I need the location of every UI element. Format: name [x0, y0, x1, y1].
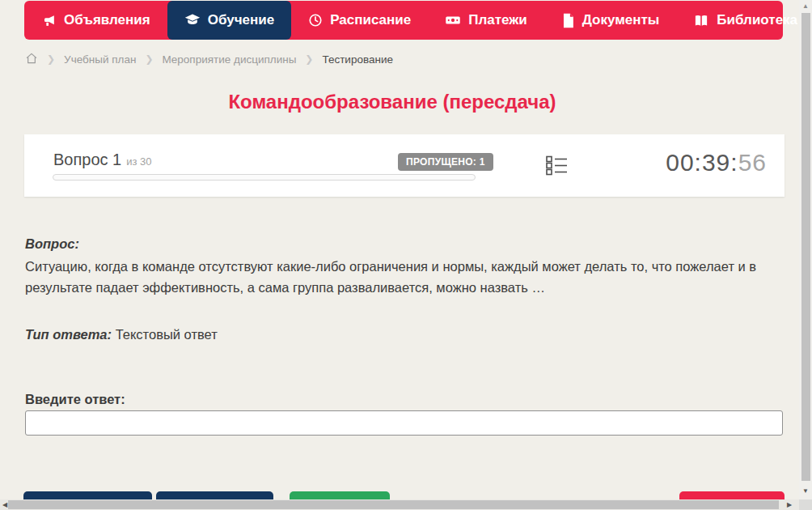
scrollbar-corner	[799, 499, 812, 510]
clock-icon	[308, 13, 323, 28]
answer-input[interactable]	[25, 410, 783, 436]
answer-type-label: Тип ответа:	[25, 327, 112, 342]
horizontal-scrollbar[interactable]: ◀ ▶	[0, 499, 799, 510]
breadcrumb: ❯ Учебный план ❯ Мероприятие дисциплины …	[25, 51, 393, 67]
timer-seconds: 56	[738, 149, 767, 176]
nav-item-learning[interactable]: Обучение	[167, 1, 291, 40]
quiz-timer: 00:39:56	[666, 149, 767, 176]
nav-item-label: Обучение	[208, 12, 274, 28]
page-title: Командообразование (пересдача)	[0, 91, 785, 113]
question-header-panel: Вопрос 1из 30 ПРОПУЩЕНО: 1 00:39:56	[24, 134, 785, 197]
megaphone-icon	[41, 13, 57, 28]
nav-item-announcements[interactable]: Объявления	[24, 1, 167, 40]
graduation-cap-icon	[184, 12, 201, 28]
chevron-right-icon: ❯	[47, 53, 55, 65]
question-text: Ситуацию, когда в команде отсутствуют ка…	[25, 256, 781, 298]
nav-item-schedule[interactable]: Расписание	[291, 1, 428, 40]
breadcrumb-discipline-event[interactable]: Мероприятие дисциплины	[162, 53, 296, 66]
question-number: Вопрос 1из 30	[53, 151, 152, 169]
timer-minutes: 00:39:	[666, 149, 738, 176]
breadcrumb-testing: Тестирование	[322, 53, 393, 66]
skipped-badge: ПРОПУЩЕНО: 1	[398, 153, 493, 171]
chevron-right-icon: ❯	[305, 53, 313, 65]
home-icon[interactable]	[25, 52, 38, 67]
nav-item-label: Объявления	[64, 12, 150, 28]
question-number-text: Вопрос 1	[53, 151, 121, 168]
vertical-scrollbar-thumb[interactable]	[801, 13, 810, 481]
open-book-icon	[693, 13, 709, 28]
nav-item-library[interactable]: Библиотека	[676, 1, 812, 40]
quiz-progress-bar	[53, 174, 476, 181]
chevron-right-icon: ❯	[145, 53, 153, 65]
vertical-scrollbar[interactable]: ▲ ▼	[799, 0, 812, 499]
document-icon	[561, 13, 575, 28]
scroll-down-icon[interactable]: ▼	[799, 486, 812, 497]
main-navbar: Объявления Обучение Расписание Платежи Д…	[24, 1, 783, 40]
scroll-right-icon[interactable]: ▶	[785, 499, 794, 510]
nav-item-label: Расписание	[330, 12, 411, 28]
answer-type-row: Тип ответа: Текстовый ответ	[25, 327, 218, 342]
scroll-up-icon[interactable]: ▲	[799, 1, 812, 12]
question-list-icon[interactable]	[546, 155, 568, 179]
question-heading: Вопрос:	[25, 236, 79, 252]
horizontal-scrollbar-thumb[interactable]	[8, 500, 779, 509]
nav-item-payments[interactable]: Платежи	[428, 1, 544, 40]
nav-item-label: Библиотека	[717, 12, 797, 28]
nav-item-documents[interactable]: Документы	[544, 1, 677, 40]
question-total: из 30	[126, 155, 151, 168]
answer-type-value: Текстовый ответ	[116, 327, 218, 342]
breadcrumb-study-plan[interactable]: Учебный план	[64, 53, 136, 66]
answer-input-label: Введите ответ:	[25, 392, 125, 407]
nav-item-label: Документы	[582, 12, 660, 28]
banknote-icon	[445, 12, 461, 28]
nav-item-label: Платежи	[468, 12, 527, 28]
